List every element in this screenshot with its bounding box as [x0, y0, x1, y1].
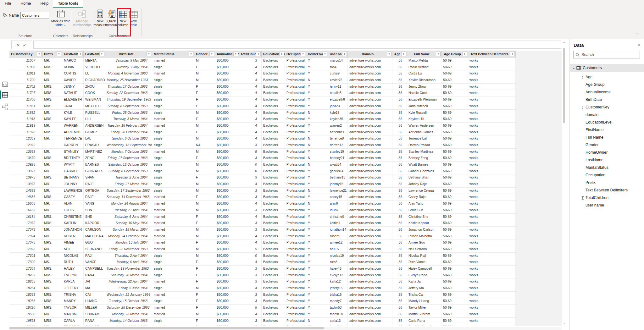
table-row[interactable]: 17301MR.NICOLASRAJIThursday, 2 April 196… — [9, 253, 516, 259]
filter-dropdown-icon[interactable]: ▾ — [233, 52, 238, 56]
tab-home[interactable]: Home — [16, 0, 36, 8]
field-search-input[interactable]: Search — [573, 51, 640, 58]
filter-dropdown-icon[interactable]: ▾ — [323, 52, 327, 56]
column-header-user-name[interactable]: user name▾ — [328, 51, 348, 57]
field-item-text-between-delimiters[interactable]: Text Between Delimiters — [570, 186, 644, 194]
table-row[interactable]: 18264MR.JEFFERYMAFriday, 5 June 1964sing… — [9, 285, 516, 292]
filter-dropdown-icon[interactable]: ▾ — [387, 52, 391, 56]
filter-dropdown-icon[interactable]: ▾ — [301, 52, 305, 56]
table-row[interactable]: 11918MRS.KAYLEEHILLTuesday, 3 March 1964… — [9, 116, 516, 123]
field-item-full-name[interactable]: Full Name — [570, 134, 644, 141]
table-row[interactable]: 15605MR.ALANYANGMonday, 24 August 1964ma… — [9, 201, 516, 207]
filter-dropdown-icon[interactable]: ▾ — [342, 52, 347, 56]
filter-dropdown-icon[interactable]: ▾ — [209, 52, 214, 56]
column-header-gender[interactable]: Gender▾ — [194, 51, 215, 57]
field-item-educationlevel[interactable]: EducationLevel — [570, 118, 644, 126]
table-row[interactable]: 12372DARRENPRASADWednesday, 18 September… — [9, 142, 516, 149]
table-row[interactable]: 17302MS.RUTHVANCEMonday, 6 April 1964sin… — [9, 259, 516, 266]
filter-dropdown-icon[interactable]: ▾ — [256, 52, 261, 56]
column-header-maritalstatus[interactable]: MaritalStatus▾ — [152, 51, 194, 57]
table-row[interactable]: 11007MR.MARCOMEHTASaturday, 9 May 1964ma… — [9, 58, 516, 64]
table-row[interactable]: 11707MRS.NATALIECOOKSunday, 22 December … — [9, 90, 516, 96]
column-header-firstname[interactable]: FirstName▾ — [62, 51, 84, 57]
field-item-homeowner[interactable]: HomeOwner — [570, 149, 644, 156]
table-node-customers[interactable]: ⌄ Customers — [570, 64, 644, 72]
field-item-occupation[interactable]: Occupation — [570, 171, 644, 179]
field-item-customerkey[interactable]: ∑CustomerKey — [570, 103, 644, 111]
table-row[interactable]: 18263MRS.KARLAJAIWednesday, 22 April 196… — [9, 278, 516, 285]
table-row[interactable]: 11008MRS.ROBINVERHOFFTuesday, 7 July 196… — [9, 64, 516, 71]
scroll-up-icon[interactable]: ⌃ — [562, 41, 566, 46]
table-row[interactable]: 11852MR.KYLERUSSELLFriday, 25 October 19… — [9, 110, 516, 116]
table-row[interactable]: 12369MR.TERRENCELALSunday, 6 October 196… — [9, 135, 516, 142]
field-item-lastname[interactable]: LastName — [570, 156, 644, 164]
field-item-totalchildren[interactable]: ∑TotalChildren — [570, 194, 644, 201]
column-header-educationlevel[interactable]: EducationLevel▾ — [262, 51, 285, 57]
cancel-formula-icon[interactable]: × — [17, 43, 19, 47]
field-item-maritalstatus[interactable]: MaritalStatus — [570, 164, 644, 171]
column-header-occupation[interactable]: Occupation▾ — [285, 51, 306, 57]
vertical-scrollbar-thumb[interactable] — [563, 48, 565, 123]
table-row[interactable]: 17072MRS.KAITLINKAPOORSunday, 10 May 196… — [9, 220, 516, 227]
table-row[interactable]: 16184MRS.CHRISTINESHESaturday, 6 June 19… — [9, 214, 516, 220]
field-item-user-name[interactable]: user name — [570, 201, 644, 209]
table-row[interactable]: 19593MRS.CARLARANAMonday, 14 October 196… — [9, 318, 516, 324]
table-row[interactable]: 14686MRS.CASEYRAJESaturday, 14 December … — [9, 194, 516, 201]
data-view-icon[interactable] — [2, 92, 8, 98]
table-row[interactable]: 11708MRS.ELIZABETHWEISMANThursday, 19 Se… — [9, 96, 516, 103]
column-header-totalchildren[interactable]: TotalChildren▾ — [239, 51, 262, 57]
table-row[interactable]: 11920MRS.ADRIENNEGOMEZFriday, 28 Februar… — [9, 129, 516, 136]
field-item-domain[interactable]: domain — [570, 111, 644, 118]
column-header-age-group[interactable]: Age Group▾ — [441, 51, 468, 57]
table-row[interactable]: 11851MRS.JADAMITCHELLSunday, 8 September… — [9, 103, 516, 110]
filter-dropdown-icon[interactable]: ▾ — [78, 52, 83, 56]
filter-dropdown-icon[interactable]: ▾ — [279, 52, 284, 56]
table-row[interactable]: 13668MR.STANLEYMARTINEZMonday, 7 October… — [9, 149, 516, 155]
column-header-homeowner[interactable]: HomeOwner▾ — [306, 51, 328, 57]
table-row[interactable]: 13925MR.WYATTBARNESSaturday, 12 October … — [9, 162, 516, 168]
table-row[interactable]: 11702MRS.JENNYZHOUThursday, 17 October 1… — [9, 84, 516, 90]
table-row[interactable]: 14685MR.LAWRENCEORTEGATuesday, 17 Septem… — [9, 188, 516, 194]
filter-dropdown-icon[interactable]: ▾ — [147, 52, 151, 56]
column-header-text-between-delimiters[interactable]: Text Between Delimiters▾ — [468, 51, 516, 57]
table-row[interactable]: 18262MRS.EVELYNRANASaturday, 28 March 19… — [9, 272, 516, 279]
field-item-annualincome[interactable]: AnnualIncome — [570, 88, 644, 96]
table-name-input[interactable] — [20, 12, 49, 19]
tab-file[interactable]: File — [0, 0, 16, 8]
table-row[interactable]: 11700MR.XAVIERRICHARDSONMonday, 25 Novem… — [9, 77, 516, 84]
commit-formula-icon[interactable]: ✓ — [23, 43, 27, 47]
table-row[interactable]: 13973MRS.BETHANYSHANTuesday, 2 June 1964… — [9, 174, 516, 181]
table-row[interactable]: 11011MR.CURTISLUMonday, 4 November 1963m… — [9, 70, 516, 77]
model-view-icon[interactable] — [2, 103, 8, 110]
filter-dropdown-icon[interactable]: ▾ — [37, 52, 42, 56]
filter-dropdown-icon[interactable]: ▾ — [401, 52, 406, 56]
table-row[interactable]: 17304MRS.HALEYCAMPBELLTuesday, 19 Novemb… — [9, 266, 516, 272]
collapse-ribbon-icon[interactable]: ⌃ — [636, 32, 639, 36]
table-row[interactable]: 16182MR.LOUISSUNTuesday, 21 April 1964ma… — [9, 207, 516, 214]
table-row[interactable]: 17073MR.JONATHONCARLSONSunday, 15 March … — [9, 227, 516, 233]
tab-table-tools[interactable]: Table tools — [53, 0, 83, 8]
chevron-down-icon[interactable]: ⌄ — [572, 66, 575, 70]
filter-dropdown-icon[interactable]: ▾ — [189, 52, 193, 56]
mark-as-date-table-button[interactable]: Mark as date table ⌄ — [50, 9, 72, 34]
column-header-domain[interactable]: domain▾ — [348, 51, 392, 57]
filter-dropdown-icon[interactable]: ▾ — [510, 52, 515, 56]
manage-relationships-button[interactable]: Manage relationships — [71, 9, 93, 34]
column-header-customerkey[interactable]: CustomerKey▾ — [9, 51, 42, 57]
table-row[interactable]: 13927MR.GABRIELGONZALESSunday, 8 Decembe… — [9, 168, 516, 175]
filter-dropdown-icon[interactable]: ▾ — [462, 52, 467, 56]
table-row[interactable]: 11919MR.WARRENANDERSENTuesday, 18 Februa… — [9, 123, 516, 129]
table-row[interactable]: 17074MR.RUBENMALHOTRAMonday, 24 February… — [9, 233, 516, 240]
report-view-icon[interactable] — [2, 81, 8, 87]
table-row[interactable]: 17076MR.NEILSERRANOFriday, 22 November 1… — [9, 246, 516, 253]
table-row[interactable]: 13975MR.JOHNNYRAJEFriday, 27 March 1964s… — [9, 181, 516, 188]
tab-help[interactable]: Help — [36, 0, 53, 8]
field-item-prefix[interactable]: Prefix — [570, 179, 644, 186]
filter-dropdown-icon[interactable]: ▾ — [99, 52, 104, 56]
field-item-firstname[interactable]: FirstName — [570, 126, 644, 134]
field-item-age[interactable]: ∑Age — [570, 73, 644, 81]
field-item-gender[interactable]: Gender — [570, 141, 644, 149]
field-item-birthdate[interactable]: BirthDate — [570, 96, 644, 103]
column-header-age[interactable]: Age▾ — [392, 51, 407, 57]
table-row[interactable]: 18266MRS.MANDYHUANGTuesday, 15 October 1… — [9, 298, 516, 305]
